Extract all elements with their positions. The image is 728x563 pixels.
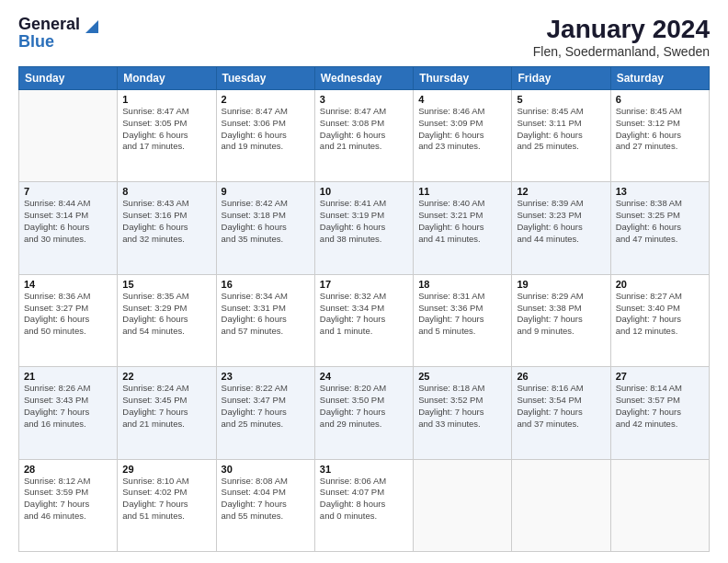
day-number: 30 xyxy=(222,464,310,475)
day-number: 9 xyxy=(222,186,310,197)
calendar-header-friday: Friday xyxy=(512,67,610,90)
day-info: Sunrise: 8:20 AMSunset: 3:50 PMDaylight:… xyxy=(320,383,408,430)
day-info: Sunrise: 8:43 AMSunset: 3:16 PMDaylight:… xyxy=(122,198,210,245)
calendar-cell: 21Sunrise: 8:26 AMSunset: 3:43 PMDayligh… xyxy=(19,367,118,459)
calendar-cell: 17Sunrise: 8:32 AMSunset: 3:34 PMDayligh… xyxy=(314,274,413,366)
calendar-header-wednesday: Wednesday xyxy=(314,67,413,90)
day-info: Sunrise: 8:45 AMSunset: 3:12 PMDaylight:… xyxy=(616,106,704,153)
calendar-cell: 18Sunrise: 8:31 AMSunset: 3:36 PMDayligh… xyxy=(414,274,512,366)
page: General Blue January 2024 Flen, Soederma… xyxy=(0,0,728,563)
day-info: Sunrise: 8:06 AMSunset: 4:07 PMDaylight:… xyxy=(320,476,408,523)
day-number: 31 xyxy=(320,464,408,475)
day-info: Sunrise: 8:14 AMSunset: 3:57 PMDaylight:… xyxy=(616,383,704,430)
day-number: 25 xyxy=(418,371,506,382)
day-info: Sunrise: 8:10 AMSunset: 4:02 PMDaylight:… xyxy=(122,476,210,523)
calendar-cell: 4Sunrise: 8:46 AMSunset: 3:09 PMDaylight… xyxy=(414,90,512,182)
calendar-header-thursday: Thursday xyxy=(414,67,512,90)
calendar-cell: 15Sunrise: 8:35 AMSunset: 3:29 PMDayligh… xyxy=(118,274,216,366)
day-info: Sunrise: 8:29 AMSunset: 3:38 PMDaylight:… xyxy=(517,291,605,338)
calendar: SundayMondayTuesdayWednesdayThursdayFrid… xyxy=(18,66,710,552)
calendar-cell xyxy=(610,459,709,551)
calendar-cell: 24Sunrise: 8:20 AMSunset: 3:50 PMDayligh… xyxy=(314,367,413,459)
day-number: 15 xyxy=(122,279,210,290)
calendar-header-row: SundayMondayTuesdayWednesdayThursdayFrid… xyxy=(19,67,710,90)
calendar-cell: 13Sunrise: 8:38 AMSunset: 3:25 PMDayligh… xyxy=(610,182,709,274)
calendar-cell: 8Sunrise: 8:43 AMSunset: 3:16 PMDaylight… xyxy=(118,182,216,274)
sub-title: Flen, Soedermanland, Sweden xyxy=(533,44,710,59)
day-info: Sunrise: 8:39 AMSunset: 3:23 PMDaylight:… xyxy=(517,198,605,245)
day-number: 8 xyxy=(122,186,210,197)
calendar-cell: 2Sunrise: 8:47 AMSunset: 3:06 PMDaylight… xyxy=(216,90,314,182)
day-number: 1 xyxy=(122,94,210,105)
calendar-cell: 27Sunrise: 8:14 AMSunset: 3:57 PMDayligh… xyxy=(610,367,709,459)
day-info: Sunrise: 8:08 AMSunset: 4:04 PMDaylight:… xyxy=(222,476,310,523)
calendar-cell: 14Sunrise: 8:36 AMSunset: 3:27 PMDayligh… xyxy=(19,274,118,366)
day-info: Sunrise: 8:16 AMSunset: 3:54 PMDaylight:… xyxy=(517,383,605,430)
main-title: January 2024 xyxy=(533,15,710,44)
day-info: Sunrise: 8:40 AMSunset: 3:21 PMDaylight:… xyxy=(418,198,506,245)
calendar-cell: 29Sunrise: 8:10 AMSunset: 4:02 PMDayligh… xyxy=(118,459,216,551)
day-number: 11 xyxy=(418,186,506,197)
calendar-week-row: 28Sunrise: 8:12 AMSunset: 3:59 PMDayligh… xyxy=(19,459,710,551)
logo-general: General xyxy=(18,15,80,34)
day-number: 22 xyxy=(122,371,210,382)
calendar-cell: 19Sunrise: 8:29 AMSunset: 3:38 PMDayligh… xyxy=(512,274,610,366)
day-number: 4 xyxy=(418,94,506,105)
calendar-cell: 31Sunrise: 8:06 AMSunset: 4:07 PMDayligh… xyxy=(314,459,413,551)
calendar-header-saturday: Saturday xyxy=(610,67,709,90)
calendar-header-tuesday: Tuesday xyxy=(216,67,314,90)
day-number: 12 xyxy=(517,186,605,197)
calendar-cell: 10Sunrise: 8:41 AMSunset: 3:19 PMDayligh… xyxy=(314,182,413,274)
day-number: 16 xyxy=(222,279,310,290)
calendar-cell: 26Sunrise: 8:16 AMSunset: 3:54 PMDayligh… xyxy=(512,367,610,459)
calendar-cell: 12Sunrise: 8:39 AMSunset: 3:23 PMDayligh… xyxy=(512,182,610,274)
day-number: 14 xyxy=(24,279,112,290)
day-number: 29 xyxy=(122,464,210,475)
calendar-cell: 20Sunrise: 8:27 AMSunset: 3:40 PMDayligh… xyxy=(610,274,709,366)
calendar-cell: 6Sunrise: 8:45 AMSunset: 3:12 PMDaylight… xyxy=(610,90,709,182)
day-number: 28 xyxy=(24,464,112,475)
day-number: 19 xyxy=(517,279,605,290)
day-number: 3 xyxy=(320,94,408,105)
day-number: 6 xyxy=(616,94,704,105)
calendar-cell: 16Sunrise: 8:34 AMSunset: 3:31 PMDayligh… xyxy=(216,274,314,366)
logo: General Blue xyxy=(18,15,98,52)
calendar-cell: 7Sunrise: 8:44 AMSunset: 3:14 PMDaylight… xyxy=(19,182,118,274)
day-number: 5 xyxy=(517,94,605,105)
calendar-week-row: 21Sunrise: 8:26 AMSunset: 3:43 PMDayligh… xyxy=(19,367,710,459)
day-info: Sunrise: 8:47 AMSunset: 3:05 PMDaylight:… xyxy=(122,106,210,153)
day-info: Sunrise: 8:42 AMSunset: 3:18 PMDaylight:… xyxy=(222,198,310,245)
calendar-header-sunday: Sunday xyxy=(19,67,118,90)
day-number: 27 xyxy=(616,371,704,382)
day-info: Sunrise: 8:35 AMSunset: 3:29 PMDaylight:… xyxy=(122,291,210,338)
day-info: Sunrise: 8:27 AMSunset: 3:40 PMDaylight:… xyxy=(616,291,704,338)
day-number: 17 xyxy=(320,279,408,290)
day-info: Sunrise: 8:24 AMSunset: 3:45 PMDaylight:… xyxy=(122,383,210,430)
day-info: Sunrise: 8:36 AMSunset: 3:27 PMDaylight:… xyxy=(24,291,112,338)
day-info: Sunrise: 8:45 AMSunset: 3:11 PMDaylight:… xyxy=(517,106,605,153)
day-info: Sunrise: 8:38 AMSunset: 3:25 PMDaylight:… xyxy=(616,198,704,245)
day-info: Sunrise: 8:46 AMSunset: 3:09 PMDaylight:… xyxy=(418,106,506,153)
day-number: 24 xyxy=(320,371,408,382)
logo-icon xyxy=(82,17,98,33)
day-info: Sunrise: 8:34 AMSunset: 3:31 PMDaylight:… xyxy=(222,291,310,338)
svg-marker-0 xyxy=(85,20,98,33)
day-info: Sunrise: 8:31 AMSunset: 3:36 PMDaylight:… xyxy=(418,291,506,338)
calendar-cell xyxy=(512,459,610,551)
calendar-cell: 3Sunrise: 8:47 AMSunset: 3:08 PMDaylight… xyxy=(314,90,413,182)
day-number: 2 xyxy=(222,94,310,105)
calendar-week-row: 7Sunrise: 8:44 AMSunset: 3:14 PMDaylight… xyxy=(19,182,710,274)
title-block: January 2024 Flen, Soedermanland, Sweden xyxy=(533,15,710,59)
day-info: Sunrise: 8:12 AMSunset: 3:59 PMDaylight:… xyxy=(24,476,112,523)
calendar-cell xyxy=(19,90,118,182)
day-number: 23 xyxy=(222,371,310,382)
header: General Blue January 2024 Flen, Soederma… xyxy=(18,15,710,59)
calendar-cell: 30Sunrise: 8:08 AMSunset: 4:04 PMDayligh… xyxy=(216,459,314,551)
calendar-cell: 1Sunrise: 8:47 AMSunset: 3:05 PMDaylight… xyxy=(118,90,216,182)
day-number: 13 xyxy=(616,186,704,197)
day-info: Sunrise: 8:26 AMSunset: 3:43 PMDaylight:… xyxy=(24,383,112,430)
day-info: Sunrise: 8:22 AMSunset: 3:47 PMDaylight:… xyxy=(222,383,310,430)
day-number: 21 xyxy=(24,371,112,382)
day-number: 18 xyxy=(418,279,506,290)
day-number: 10 xyxy=(320,186,408,197)
